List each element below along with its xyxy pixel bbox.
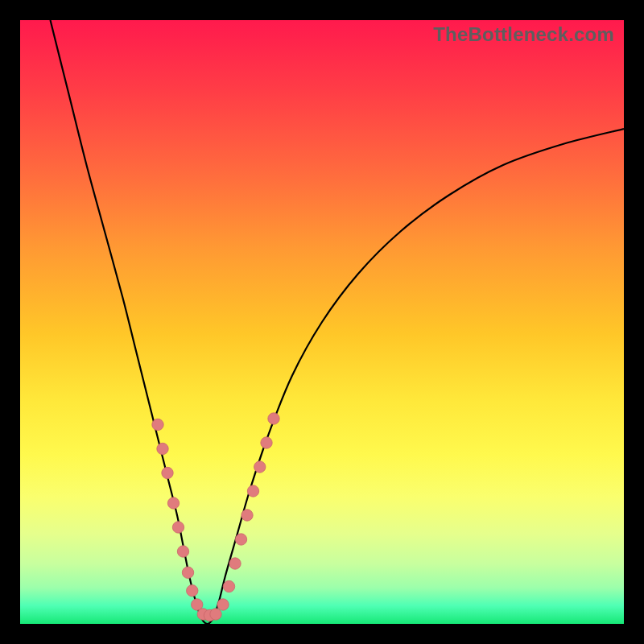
data-marker [167, 497, 179, 509]
data-marker [182, 567, 193, 578]
data-marker [177, 546, 188, 557]
data-marker [172, 522, 184, 533]
data-marker [223, 580, 234, 592]
bottleneck-curve [20, 20, 624, 624]
data-marker [210, 609, 221, 620]
data-marker [261, 437, 272, 448]
data-marker [162, 467, 173, 478]
data-marker [247, 485, 258, 497]
data-marker [217, 599, 229, 610]
data-marker [187, 585, 198, 597]
data-marker [254, 461, 266, 473]
data-marker [229, 558, 241, 569]
data-marker [157, 443, 168, 454]
data-marker [152, 419, 163, 430]
chart-frame: TheBottleneck.com [0, 0, 644, 644]
data-marker [268, 413, 279, 424]
plot-area: TheBottleneck.com [20, 20, 624, 624]
data-marker [242, 510, 253, 521]
data-marker [235, 534, 246, 545]
